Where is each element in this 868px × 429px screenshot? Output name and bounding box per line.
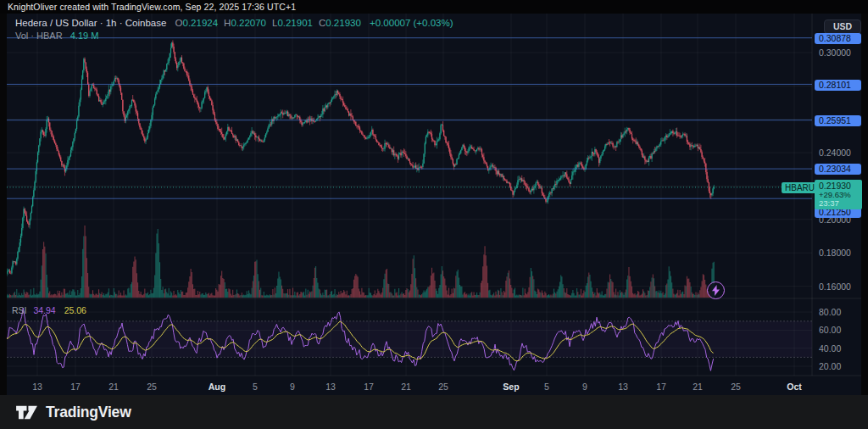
time-axis-label: 5 bbox=[544, 382, 549, 392]
tradingview-screenshot: KnightOliver created with TradingView.co… bbox=[0, 0, 868, 429]
volume-label[interactable]: Vol · HBAR bbox=[15, 31, 63, 41]
price-axis-label: 0.30000 bbox=[815, 47, 862, 58]
ohlc-field-value: 0.21901 bbox=[277, 18, 313, 28]
time-axis-label: 13 bbox=[326, 382, 336, 392]
watermark-bar: KnightOliver created with TradingView.co… bbox=[0, 0, 868, 14]
time-axis-label: 13 bbox=[618, 382, 628, 392]
time-axis-label: 17 bbox=[70, 382, 81, 392]
currency-label: USD bbox=[833, 21, 852, 31]
time-axis-label: 21 bbox=[108, 382, 119, 392]
rsi-axis-label: 20.00 bbox=[815, 361, 862, 371]
ohlc-values: O0.21924H0.22070L0.21901C0.21930 bbox=[170, 18, 361, 28]
ohlc-field-value: 0.22070 bbox=[231, 18, 266, 28]
price-axis-label: 0.24000 bbox=[815, 148, 862, 158]
bar-countdown: 23:37 bbox=[819, 199, 862, 208]
current-price-label: 0.21930 +29.63% 23:37 bbox=[815, 180, 862, 209]
rsi-axis-label: 60.00 bbox=[815, 325, 862, 335]
time-axis-label: 25 bbox=[147, 382, 157, 392]
rsi-legend: RSI 34.94 25.06 bbox=[12, 305, 86, 315]
time-axis-label: 21 bbox=[401, 382, 411, 392]
time-axis-label: Sep bbox=[503, 382, 519, 392]
time-axis-label: 17 bbox=[656, 382, 666, 392]
tradingview-logo-icon[interactable] bbox=[15, 404, 38, 421]
time-axis-label: 9 bbox=[582, 382, 587, 392]
level-price-label[interactable]: 0.25951 bbox=[815, 115, 861, 126]
level-price-label[interactable]: 0.28101 bbox=[815, 80, 861, 91]
time-axis-label: 25 bbox=[438, 382, 448, 392]
symbol-legend: Hedera / US Dollar · 1h · Coinbase O0.21… bbox=[15, 18, 453, 41]
ohlc-field-value: 0.21924 bbox=[183, 18, 219, 28]
brand-name[interactable]: TradingView bbox=[46, 404, 131, 421]
rsi-value: 34.94 bbox=[33, 305, 55, 315]
quick-trade-button[interactable] bbox=[707, 281, 725, 299]
time-axis-label: 5 bbox=[253, 382, 258, 392]
time-axis-label: 21 bbox=[693, 382, 703, 392]
price-axis-label: 0.16000 bbox=[815, 281, 862, 292]
volume-value: 4.19 M bbox=[70, 31, 99, 41]
chart-canvas[interactable]: Hedera / US Dollar · 1h · Coinbase O0.21… bbox=[7, 14, 861, 395]
time-axis-label: 17 bbox=[364, 382, 374, 392]
currency-toggle-usd[interactable]: USD bbox=[824, 20, 861, 34]
lightning-icon bbox=[711, 285, 721, 296]
ohlc-field-value: 0.21930 bbox=[326, 18, 361, 28]
chart-plot[interactable] bbox=[7, 14, 861, 395]
time-axis-label: Oct bbox=[787, 382, 802, 392]
rsi-label[interactable]: RSI bbox=[12, 305, 27, 315]
level-price-label[interactable]: 0.30878 bbox=[815, 33, 861, 44]
ohlc-field-label: O bbox=[175, 18, 183, 28]
time-axis-label: 9 bbox=[290, 382, 295, 392]
rsi-axis-label: 40.00 bbox=[815, 343, 862, 354]
level-price-label[interactable]: 0.23034 bbox=[815, 164, 861, 175]
time-axis-label: 25 bbox=[731, 382, 741, 392]
rsi-axis-label: 80.00 bbox=[815, 307, 862, 317]
time-axis-label: Aug bbox=[209, 382, 225, 392]
symbol-title[interactable]: Hedera / US Dollar · 1h · Coinbase bbox=[15, 18, 166, 28]
rsi-ma-value: 25.06 bbox=[64, 305, 86, 315]
time-axis-label: 13 bbox=[32, 382, 42, 392]
price-change: +0.00007 (+0.03%) bbox=[370, 18, 453, 28]
brand-bar: TradingView bbox=[0, 395, 868, 429]
price-axis-label: 0.18000 bbox=[815, 248, 862, 258]
watermark-text: KnightOliver created with TradingView.co… bbox=[8, 2, 296, 12]
